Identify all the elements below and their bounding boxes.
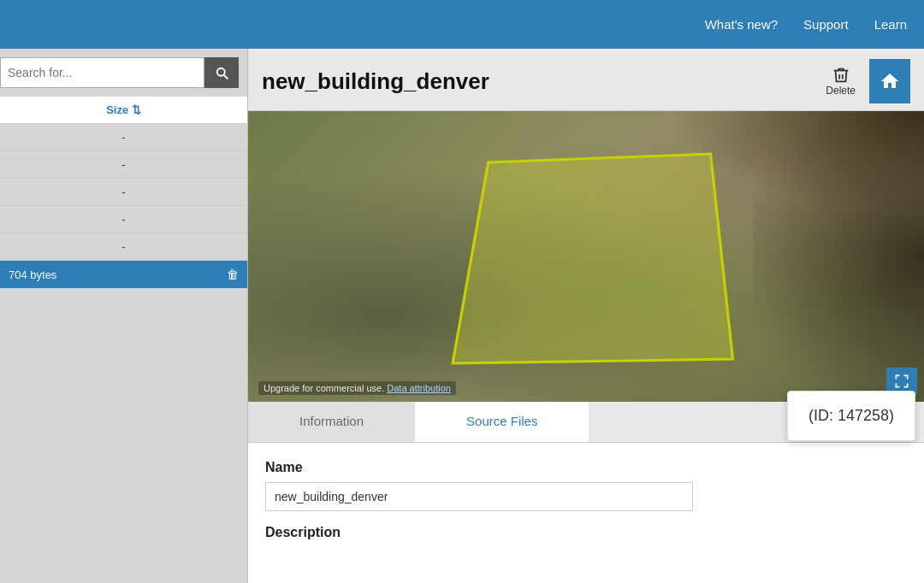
name-label: Name [265, 460, 907, 475]
table-row-active[interactable]: 704 bytes 🗑 [0, 261, 247, 290]
table-row[interactable]: - [0, 179, 247, 206]
size-cell-active: 704 bytes 🗑 [0, 261, 247, 289]
size-cell: - [0, 179, 247, 206]
learn-link[interactable]: Learn [874, 17, 907, 32]
content-header: new_building_denver Delete [248, 49, 924, 111]
description-label: Description [265, 525, 907, 540]
size-cell: - [0, 124, 247, 151]
size-cell: - [0, 206, 247, 233]
info-panel: Name new_building_denver Description [248, 443, 924, 583]
search-bar [0, 57, 239, 88]
id-tooltip: (ID: 147258) [787, 391, 915, 441]
search-button[interactable] [204, 57, 239, 88]
delete-button[interactable]: Delete [815, 59, 866, 103]
expand-icon [893, 373, 910, 390]
whats-new-link[interactable]: What's new? [705, 17, 778, 32]
map-container: Upgrade for commercial use. Data attribu… [248, 111, 924, 402]
tab-source-files[interactable]: Source Files [415, 402, 589, 442]
tab-information[interactable]: Information [248, 402, 415, 442]
search-icon [214, 65, 229, 80]
size-column-header[interactable]: Size ⇅ [0, 97, 247, 124]
home-button[interactable] [869, 59, 910, 103]
table-row[interactable]: - [0, 206, 247, 233]
data-attribution-link[interactable]: Data attribution [387, 383, 451, 393]
map-attribution: Upgrade for commercial use. Data attribu… [258, 381, 456, 395]
support-link[interactable]: Support [803, 17, 849, 32]
top-nav: What's new? Support Learn [0, 0, 924, 49]
file-table: Size ⇅ - - - - [0, 97, 247, 289]
content-area: new_building_denver Delete [248, 49, 924, 583]
size-cell: - [0, 233, 247, 261]
home-icon [880, 71, 900, 91]
table-row[interactable]: - [0, 233, 247, 261]
delete-label: Delete [826, 85, 856, 97]
building-polygon [453, 154, 732, 363]
size-cell: - [0, 151, 247, 179]
trash-icon [832, 66, 850, 85]
header-actions: Delete [815, 59, 910, 103]
main-layout: Size ⇅ - - - - [0, 49, 924, 583]
file-list: Size ⇅ - - - - [0, 97, 247, 583]
search-input[interactable] [0, 57, 204, 88]
table-row[interactable]: - [0, 124, 247, 151]
polygon-overlay [248, 111, 924, 402]
page-title: new_building_denver [262, 68, 489, 95]
sidebar: Size ⇅ - - - - [0, 49, 248, 583]
name-value: new_building_denver [265, 482, 693, 511]
table-row[interactable]: - [0, 151, 247, 179]
sort-icon: ⇅ [132, 103, 141, 116]
delete-row-icon[interactable]: 🗑 [227, 268, 239, 281]
